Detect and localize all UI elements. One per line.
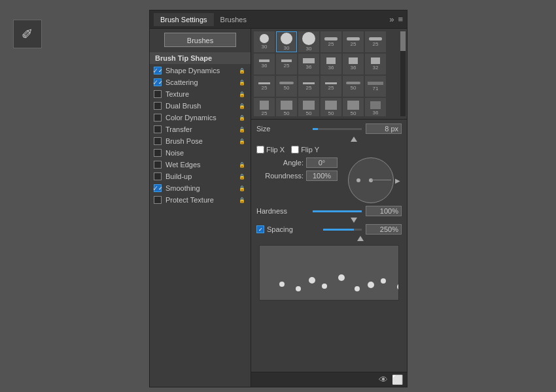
sidebar-item-protect-texture[interactable]: Protect Texture🔒 (150, 194, 251, 206)
brush-cell-16[interactable]: 50 (343, 76, 364, 97)
sidebar-item-checkbox[interactable] (154, 172, 162, 180)
brush-num: 50 (328, 110, 334, 116)
brush-settings-panel: Brush Settings Brushes » ≡ Brushes Brush… (149, 10, 408, 387)
angle-input[interactable] (306, 157, 338, 168)
sidebar-item-noise[interactable]: Noise (150, 147, 251, 159)
new-brush-icon[interactable]: ⬜ (392, 374, 403, 385)
sidebar-item-label: Brush Pose (165, 137, 203, 145)
sidebar-items-list: ✓Shape Dynamics🔒✓Scattering🔒Texture🔒Dual… (150, 65, 251, 206)
hardness-triangle-handle[interactable] (351, 218, 357, 223)
sidebar-item-color-dynamics[interactable]: Color Dynamics🔒 (150, 112, 251, 123)
flip-y-label[interactable]: Flip Y (291, 146, 319, 154)
sidebar-item-checkbox[interactable] (154, 149, 162, 157)
brush-cell-13[interactable]: 50 (276, 76, 297, 97)
roundness-input[interactable] (306, 171, 338, 181)
brush-cell-8[interactable]: 36 (298, 54, 319, 74)
sidebar-item-checkbox[interactable]: ✓ (154, 67, 162, 74)
brush-cell-0[interactable]: 30 (254, 31, 275, 52)
scrollbar-thumb[interactable] (400, 31, 406, 51)
brush-cell-21[interactable]: 50 (321, 98, 341, 116)
lock-icon: 🔒 (239, 174, 245, 180)
brush-cell-18[interactable]: 25 (254, 98, 275, 116)
sidebar-item-checkbox[interactable] (154, 90, 162, 98)
brush-num: 25 (373, 41, 379, 47)
brush-cell-5[interactable]: 25 (365, 31, 386, 52)
sidebar-item-label: Wet Edges (165, 161, 201, 169)
brush-preview (260, 34, 269, 43)
visibility-icon[interactable]: 👁 (379, 374, 388, 385)
angle-label: Angle: (256, 159, 304, 167)
brush-preview (371, 57, 380, 64)
sidebar-item-label: Smoothing (165, 184, 200, 192)
sidebar-item-shape-dynamics[interactable]: ✓Shape Dynamics🔒 (150, 65, 251, 76)
sidebar-item-build-up[interactable]: Build-up🔒 (150, 171, 251, 182)
brush-cell-17[interactable]: 71 (365, 76, 386, 97)
brush-cell-2[interactable]: 30 (298, 31, 319, 52)
spacing-value[interactable]: 250% (366, 224, 402, 235)
sidebar-item-texture[interactable]: Texture🔒 (150, 88, 251, 100)
brush-cell-7[interactable]: 25 (276, 54, 297, 74)
expand-icon[interactable]: » (389, 14, 394, 24)
angle-row: Angle: (256, 157, 338, 168)
sidebar-item-checkbox[interactable]: ✓ (154, 78, 162, 86)
right-content: 3030302525253625363636322550252550712550… (251, 29, 407, 387)
brush-cell-9[interactable]: 36 (321, 54, 341, 74)
flip-x-checkbox[interactable] (256, 146, 264, 154)
brush-cell-10[interactable]: 36 (343, 54, 364, 74)
sidebar-item-label: Protect Texture (165, 196, 214, 204)
spacing-triangle-handle[interactable] (357, 236, 364, 241)
brush-cell-22[interactable]: 50 (343, 98, 364, 116)
brush-cell-19[interactable]: 50 (276, 98, 297, 116)
sidebar-item-transfer[interactable]: Transfer🔒 (150, 123, 251, 135)
brush-cell-23[interactable]: 36 (365, 98, 386, 116)
sidebar-item-checkbox[interactable] (154, 161, 162, 169)
sidebar-item-checkbox[interactable]: ✓ (154, 184, 162, 192)
bottom-toolbar: 👁 ⬜ (251, 372, 407, 387)
menu-icon[interactable]: ≡ (398, 14, 403, 24)
sidebar-item-label: Build-up (165, 172, 192, 180)
brush-num: 30 (306, 46, 312, 52)
sidebar-item-brush-pose[interactable]: Brush Pose🔒 (150, 135, 251, 147)
brush-cell-12[interactable]: 25 (254, 76, 275, 97)
sidebar-item-checkbox[interactable] (154, 102, 162, 110)
brush-cell-4[interactable]: 25 (343, 31, 364, 52)
tab-brush-settings[interactable]: Brush Settings (154, 13, 214, 26)
size-value[interactable]: 8 px (366, 123, 402, 134)
brush-cell-15[interactable]: 25 (321, 76, 341, 97)
size-slider[interactable] (313, 128, 362, 130)
sidebar-item-label: Noise (165, 149, 184, 157)
sidebar-item-dual-brush[interactable]: Dual Brush🔒 (150, 100, 251, 112)
brush-cell-6[interactable]: 36 (254, 54, 275, 74)
brush-cell-1[interactable]: 30 (276, 31, 297, 52)
hardness-value[interactable]: 100% (366, 206, 402, 216)
sidebar-item-scattering[interactable]: ✓Scattering🔒 (150, 76, 251, 88)
circle-widget[interactable] (348, 157, 394, 203)
sidebar-item-checkbox[interactable] (154, 196, 162, 204)
brush-tip-shape-header[interactable]: Brush Tip Shape (150, 52, 251, 64)
spacing-slider[interactable] (323, 229, 362, 231)
grid-scrollbar[interactable] (400, 31, 406, 116)
brush-tool-icon: ✏ (17, 24, 37, 44)
brush-grid-inner: 3030302525253625363636322550252550712550… (254, 31, 404, 116)
brush-num: 71 (373, 86, 379, 91)
spacing-checkbox[interactable]: ✓ (256, 225, 264, 233)
circle-left-dot[interactable] (356, 178, 360, 182)
sidebar-item-checkbox[interactable] (154, 114, 162, 122)
hardness-slider-fill (313, 210, 362, 212)
brush-cell-14[interactable]: 25 (298, 76, 319, 97)
sidebar-item-wet-edges[interactable]: Wet Edges🔒 (150, 159, 251, 171)
flip-x-label[interactable]: Flip X (256, 146, 285, 154)
brush-cell-20[interactable]: 50 (298, 98, 319, 116)
brush-cell-11[interactable]: 32 (365, 54, 386, 74)
circle-widget-container: ▶ (348, 157, 394, 203)
sidebar-item-smoothing[interactable]: ✓Smoothing🔒 (150, 182, 251, 194)
tab-brushes[interactable]: Brushes (214, 13, 253, 26)
size-triangle-handle[interactable] (351, 137, 357, 142)
sidebar-item-checkbox[interactable] (154, 125, 162, 133)
brush-preview (281, 59, 292, 62)
hardness-slider[interactable] (313, 210, 362, 212)
brush-cell-3[interactable]: 25 (321, 31, 341, 52)
brushes-button[interactable]: Brushes (164, 33, 236, 47)
flip-y-checkbox[interactable] (291, 146, 299, 154)
sidebar-item-checkbox[interactable] (154, 137, 162, 145)
